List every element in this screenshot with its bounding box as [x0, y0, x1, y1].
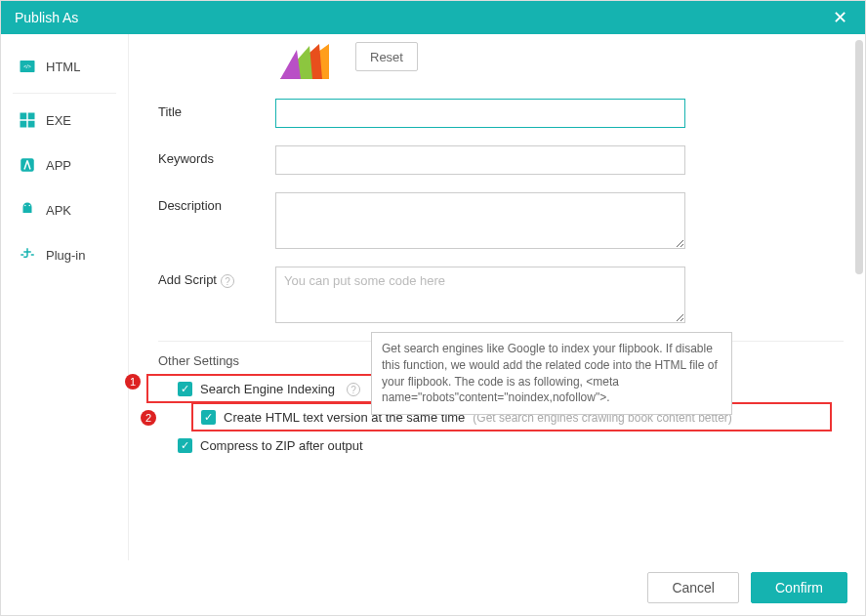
sidebar: </> HTML EXE APP APK [1, 34, 128, 560]
keywords-input[interactable] [275, 145, 685, 175]
svg-rect-3 [28, 113, 35, 120]
addscript-label: Add Script? [158, 267, 275, 288]
svg-point-8 [29, 205, 31, 207]
sidebar-item-label: APK [46, 203, 71, 218]
svg-point-7 [24, 205, 26, 207]
main-panel: Reset Title Keywords Description Add Scr… [129, 34, 865, 560]
sidebar-item-exe[interactable]: EXE [1, 98, 128, 143]
help-icon[interactable]: ? [347, 383, 360, 396]
plugin-icon [19, 246, 36, 264]
checkbox-row-compress-zip[interactable]: ✓ Compress to ZIP after output [178, 438, 844, 453]
sidebar-item-app[interactable]: APP [1, 143, 128, 187]
help-icon[interactable]: ? [221, 274, 234, 288]
tooltip: Get search engines like Google to index … [371, 332, 732, 415]
svg-rect-6 [21, 158, 34, 172]
exe-icon [19, 111, 36, 129]
html-icon: </> [19, 58, 36, 75]
cancel-button[interactable]: Cancel [647, 572, 739, 603]
thumbnail-preview [275, 42, 334, 81]
sidebar-item-label: Plug-in [46, 248, 85, 263]
sidebar-item-label: EXE [46, 113, 71, 128]
svg-rect-2 [21, 113, 27, 120]
sidebar-item-html[interactable]: </> HTML [1, 44, 128, 89]
compress-zip-label: Compress to ZIP after output [200, 438, 363, 453]
dialog-body: </> HTML EXE APP APK [1, 34, 865, 560]
svg-marker-12 [280, 50, 301, 79]
footer: Cancel Confirm [1, 560, 865, 615]
description-input[interactable] [275, 192, 685, 249]
annotation-badge-2: 2 [141, 410, 156, 426]
description-label: Description [158, 192, 275, 213]
tooltip-text: Get search engines like Google to index … [382, 342, 718, 404]
svg-rect-4 [21, 121, 27, 128]
reset-button[interactable]: Reset [355, 42, 418, 71]
title-label: Title [158, 99, 275, 119]
android-icon [19, 201, 36, 219]
publish-as-dialog: Publish As ✕ </> HTML EXE APP [0, 0, 866, 616]
svg-rect-5 [28, 121, 35, 128]
app-icon [19, 156, 36, 174]
sidebar-item-apk[interactable]: APK [1, 187, 128, 232]
sidebar-item-label: HTML [46, 60, 80, 74]
sidebar-item-label: APP [46, 158, 71, 173]
scrollbar-vertical[interactable] [855, 40, 863, 556]
checkbox-checked-icon: ✓ [201, 410, 216, 425]
keywords-label: Keywords [158, 145, 275, 166]
titlebar: Publish As ✕ [1, 1, 865, 34]
annotation-badge-1: 1 [125, 374, 141, 390]
scrollbar-thumb[interactable] [855, 40, 863, 274]
se-indexing-label: Search Engine Indexing [200, 382, 335, 396]
addscript-input[interactable] [275, 267, 685, 323]
sidebar-item-plugin[interactable]: Plug-in [1, 232, 128, 277]
title-input[interactable] [275, 99, 685, 128]
checkbox-checked-icon: ✓ [178, 382, 192, 396]
confirm-button[interactable]: Confirm [751, 572, 847, 603]
dialog-title: Publish As [15, 10, 78, 25]
checkbox-checked-icon: ✓ [178, 438, 192, 453]
close-icon[interactable]: ✕ [828, 7, 851, 28]
svg-text:</>: </> [23, 63, 31, 69]
